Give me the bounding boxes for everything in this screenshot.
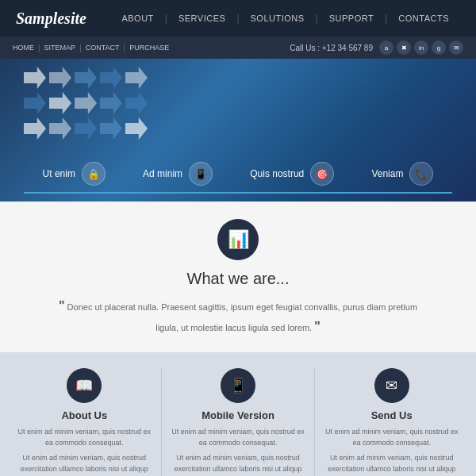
- what-body: Donec ut placerat nulla. Praesent sagitt…: [67, 302, 417, 332]
- top-nav: Samplesite ABOUT | SERVICES | SOLUTIONS …: [0, 0, 476, 36]
- what-section: 📊 What we are... " Donec ut placerat nul…: [0, 202, 476, 352]
- hero-icon-phone[interactable]: 📞: [409, 162, 433, 186]
- send-icon: ✉: [374, 368, 409, 403]
- hero-icon-item-2: Ad minim 📱: [143, 162, 213, 186]
- about-text2: Ut enim ad minim veniam, quis nostrud ex…: [17, 453, 152, 476]
- hero-icon-target[interactable]: 🎯: [310, 162, 334, 186]
- nav-support[interactable]: SUPPORT: [318, 13, 385, 23]
- nav-about[interactable]: ABOUT: [110, 13, 164, 23]
- send-text2: Ut enim ad minim veniam, quis nostrud ex…: [324, 453, 459, 476]
- mobile-text1: Ut enim ad minim veniam, quis nostrud ex…: [171, 427, 305, 448]
- bc-sep-3: |: [124, 44, 126, 52]
- svg-point-1: [95, 90, 222, 154]
- social-icon-d[interactable]: g: [432, 40, 446, 55]
- three-col-section: 📖 About Us Ut enim ad minim veniam, quis…: [0, 352, 476, 476]
- logo[interactable]: Samplesite: [16, 10, 86, 28]
- hero-label-3: Quis nostrud: [250, 168, 304, 179]
- social-icons: a ✖ in g ✉: [379, 40, 463, 55]
- svg-point-2: [222, 75, 381, 154]
- mobile-icon: 📱: [221, 368, 255, 403]
- breadcrumb-bar: HOME | SITEMAP | CONTACT | PURCHASE Call…: [0, 36, 476, 59]
- what-title: What we are...: [48, 270, 428, 288]
- close-quote: ": [314, 320, 321, 333]
- header-right: Call Us : +12 34 567 89 a ✖ in g ✉: [290, 40, 463, 55]
- hero-icon-item-1: Ut enim 🔒: [43, 162, 106, 186]
- about-icon: 📖: [67, 368, 102, 403]
- breadcrumb-purchase[interactable]: PURCHASE: [129, 44, 169, 52]
- col-send: ✉ Send Us Ut enim ad minim veniam, quis …: [315, 368, 468, 476]
- nav-solutions[interactable]: SOLUTIONS: [240, 13, 316, 23]
- social-icon-b[interactable]: ✖: [397, 40, 411, 55]
- about-title: About Us: [17, 409, 152, 421]
- mobile-title: Mobile Version: [171, 409, 305, 421]
- breadcrumb-home[interactable]: HOME: [13, 44, 34, 52]
- hero-label-4: Veniam: [371, 168, 403, 179]
- bc-sep-2: |: [79, 44, 82, 52]
- send-text1: Ut enim ad minim veniam, quis nostrud ex…: [324, 427, 459, 448]
- nav-services[interactable]: SERVICES: [167, 13, 236, 23]
- social-icon-e[interactable]: ✉: [449, 40, 463, 55]
- breadcrumb: HOME | SITEMAP | CONTACT | PURCHASE: [13, 44, 169, 52]
- nav-contacts[interactable]: CONTACTS: [387, 13, 460, 23]
- social-icon-a[interactable]: a: [379, 40, 393, 55]
- call-us: Call Us : +12 34 567 89: [290, 44, 373, 52]
- what-icon: 📊: [217, 219, 259, 260]
- mobile-text2: Ut enim ad minim veniam, quis nostrud ex…: [171, 453, 305, 476]
- open-quote: ": [59, 299, 65, 313]
- hero-section: Ut enim 🔒 Ad minim 📱 Quis nostrud 🎯 Veni…: [0, 59, 476, 202]
- hero-icon-item-4: Veniam 📞: [371, 162, 433, 186]
- hero-icon-mobile[interactable]: 📱: [189, 162, 213, 186]
- hero-label-1: Ut enim: [43, 168, 75, 179]
- hero-icon-item-3: Quis nostrud 🎯: [250, 162, 334, 186]
- hero-icons-row: Ut enim 🔒 Ad minim 📱 Quis nostrud 🎯 Veni…: [0, 162, 476, 186]
- bc-sep-1: |: [38, 44, 40, 52]
- hero-label-2: Ad minim: [143, 168, 182, 179]
- breadcrumb-sitemap[interactable]: SITEMAP: [44, 44, 76, 52]
- hero-icon-lock[interactable]: 🔒: [82, 162, 106, 186]
- social-icon-c[interactable]: in: [414, 40, 428, 55]
- send-title: Send Us: [324, 409, 459, 421]
- breadcrumb-contact[interactable]: CONTACT: [86, 44, 120, 52]
- hero-divider: [24, 192, 452, 194]
- what-text: " Donec ut placerat nulla. Praesent sagi…: [48, 296, 428, 336]
- nav-links: ABOUT | SERVICES | SOLUTIONS | SUPPORT |…: [110, 13, 460, 24]
- about-text1: Ut enim ad minim veniam, quis nostrud ex…: [17, 427, 152, 448]
- col-about: 📖 About Us Ut enim ad minim veniam, quis…: [8, 368, 161, 476]
- col-mobile: 📱 Mobile Version Ut enim ad minim veniam…: [162, 368, 315, 476]
